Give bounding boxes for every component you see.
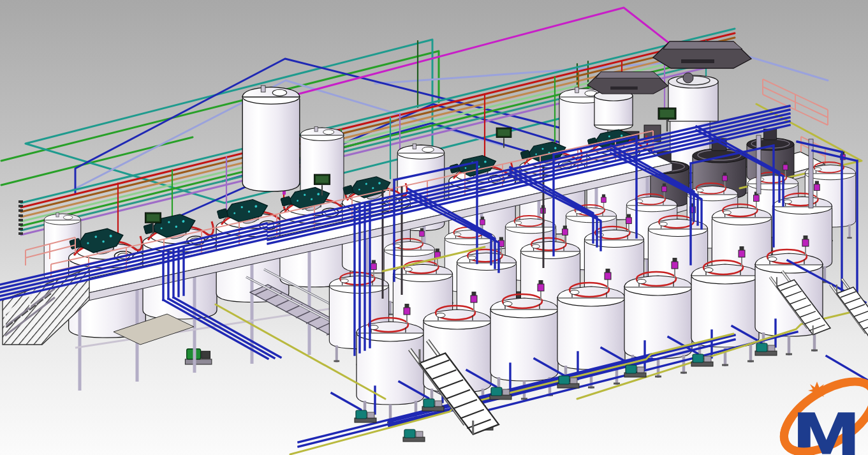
- plant-3d-render: M: [0, 0, 868, 455]
- scene-canvas: M: [0, 0, 868, 455]
- logo-letter: M: [791, 399, 861, 455]
- plain-tank: [242, 86, 300, 191]
- pump: [691, 354, 713, 366]
- green-pump: [185, 349, 211, 364]
- pump: [490, 387, 511, 399]
- hooded-machine: [653, 41, 751, 68]
- pump: [422, 399, 444, 411]
- support-column: [809, 139, 813, 208]
- pump: [557, 376, 579, 388]
- hooded-machine: [587, 72, 668, 94]
- pump: [355, 410, 376, 422]
- pump: [624, 365, 646, 377]
- pump: [403, 429, 425, 442]
- pump: [755, 343, 777, 355]
